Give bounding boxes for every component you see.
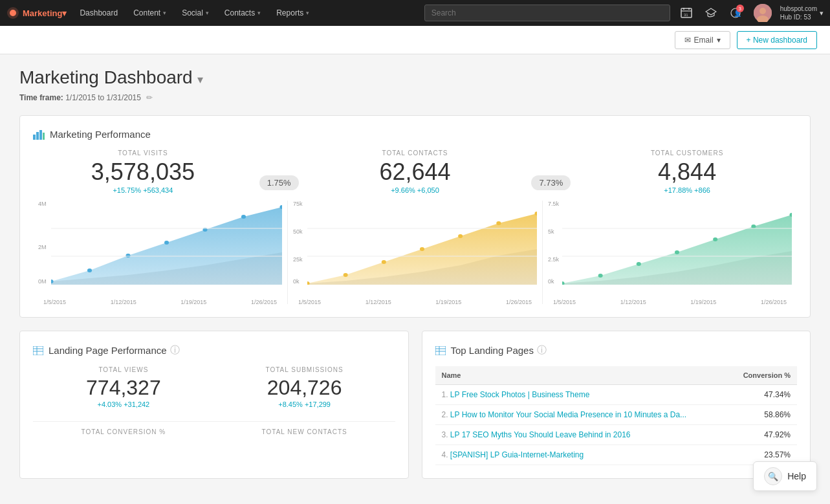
svg-point-45 bbox=[713, 237, 717, 241]
page-link[interactable]: LP 17 SEO Myths You Should Leave Behind … bbox=[450, 430, 631, 439]
svg-rect-50 bbox=[33, 346, 43, 355]
page-link[interactable]: LP Free Stock Photos | Business Theme bbox=[450, 390, 589, 399]
total-visits-metric: TOTAL VISITS 3,578,035 +15.75% +563,434 bbox=[33, 149, 253, 194]
help-search-icon: 🔍 bbox=[764, 467, 782, 485]
charts-row: 4M 2M 0M bbox=[33, 201, 797, 304]
lp-metrics-row: TOTAL VIEWS 774,327 +4.03% +31,242 TOTAL… bbox=[33, 366, 395, 408]
email-icon: ✉ bbox=[684, 36, 691, 45]
svg-rect-15 bbox=[39, 130, 42, 140]
search-container bbox=[424, 5, 670, 21]
svg-point-42 bbox=[598, 274, 603, 278]
total-views-metric: TOTAL VIEWS 774,327 +4.03% +31,242 bbox=[33, 366, 214, 408]
table-row: 1. LP Free Stock Photos | Business Theme… bbox=[435, 385, 798, 405]
nav-right: 31 👤 3 hubspot.com bbox=[677, 3, 824, 23]
social-arrow: ▾ bbox=[206, 10, 209, 16]
svg-point-33 bbox=[420, 247, 424, 251]
lp-header: Landing Page Performance ⓘ bbox=[33, 344, 395, 356]
user-arrow: ▾ bbox=[820, 9, 824, 17]
svg-point-32 bbox=[382, 260, 386, 264]
table-row: 4. [SPANISH] LP Guia-Internet-Marketing … bbox=[435, 445, 798, 465]
bar-chart-icon bbox=[33, 129, 45, 140]
col-conversion: Conversion % bbox=[728, 366, 797, 385]
nav-item-content[interactable]: Content ▾ bbox=[126, 0, 174, 26]
search-input[interactable] bbox=[424, 5, 670, 21]
visits-chart: 4M 2M 0M bbox=[33, 201, 287, 304]
svg-rect-14 bbox=[36, 132, 39, 140]
nav-item-social[interactable]: Social ▾ bbox=[174, 0, 217, 26]
svg-point-44 bbox=[675, 250, 679, 254]
svg-point-41 bbox=[562, 281, 565, 285]
contacts-chart: 75k 50k 25k 0k bbox=[287, 201, 542, 304]
page-link[interactable]: [SPANISH] LP Guia-Internet-Marketing bbox=[450, 450, 584, 459]
contacts-arrow: ▾ bbox=[257, 10, 261, 16]
conversion-badge-2: 7.73% bbox=[525, 149, 577, 190]
svg-point-34 bbox=[458, 234, 463, 238]
graduation-icon[interactable] bbox=[701, 3, 721, 23]
marketing-performance-card: Marketing Performance TOTAL VISITS 3,578… bbox=[19, 115, 811, 318]
svg-point-1 bbox=[10, 10, 16, 16]
conversion-badge-1: 1.75% bbox=[253, 149, 305, 190]
marketing-performance-header: Marketing Performance bbox=[33, 129, 797, 140]
page-content: Marketing Dashboard ▾ Time frame: 1/1/20… bbox=[0, 54, 830, 504]
top-landing-pages-card: Top Landing Pages ⓘ Name Conversion % 1.… bbox=[422, 331, 811, 479]
top-pages-icon bbox=[435, 346, 446, 355]
svg-text:31: 31 bbox=[684, 13, 688, 17]
email-dropdown-arrow: ▾ bbox=[717, 36, 721, 45]
email-button[interactable]: ✉ Email ▾ bbox=[675, 31, 730, 49]
sub-toolbar: ✉ Email ▾ + New dashboard bbox=[0, 26, 830, 54]
table-row: 3. LP 17 SEO Myths You Should Leave Behi… bbox=[435, 425, 798, 445]
col-name: Name bbox=[435, 366, 728, 385]
svg-point-24 bbox=[241, 215, 246, 219]
reports-arrow: ▾ bbox=[306, 10, 309, 16]
svg-point-43 bbox=[637, 262, 641, 266]
landing-page-performance-card: Landing Page Performance ⓘ TOTAL VIEWS 7… bbox=[19, 331, 409, 479]
nav-brand[interactable]: Marketing ▾ bbox=[6, 6, 67, 19]
top-nav: Marketing ▾ Dashboard Content ▾ Social ▾… bbox=[0, 0, 830, 26]
svg-rect-13 bbox=[33, 135, 36, 140]
customers-chart: 7.5k 5k 2.5k 0k bbox=[542, 201, 797, 304]
new-dashboard-button[interactable]: + New dashboard bbox=[737, 31, 817, 49]
table-icon bbox=[33, 346, 43, 355]
svg-marker-40 bbox=[562, 215, 792, 285]
total-submissions-metric: TOTAL SUBMISSIONS 204,726 +8.45% +17,299 bbox=[214, 366, 395, 408]
user-hub-id: Hub ID: 53 bbox=[780, 13, 817, 21]
lp-info-icon[interactable]: ⓘ bbox=[170, 344, 180, 356]
brand-arrow: ▾ bbox=[62, 8, 67, 18]
svg-point-20 bbox=[87, 268, 92, 272]
calendar-icon[interactable]: 31 bbox=[677, 3, 696, 23]
page-title: Marketing Dashboard ▾ bbox=[19, 67, 811, 88]
top-pages-table: Name Conversion % 1. LP Free Stock Photo… bbox=[435, 366, 798, 465]
bottom-two-col: Landing Page Performance ⓘ TOTAL VIEWS 7… bbox=[19, 331, 811, 492]
svg-rect-54 bbox=[435, 346, 446, 355]
nav-item-dashboard[interactable]: Dashboard bbox=[72, 0, 126, 26]
notification-count: 3 bbox=[736, 5, 744, 12]
total-contacts-metric: TOTAL CONTACTS 62,644 +9.66% +6,050 bbox=[305, 149, 525, 194]
timeframe: Time frame: 1/1/2015 to 1/31/2015 ✏ bbox=[19, 93, 811, 102]
avatar[interactable] bbox=[754, 4, 772, 22]
nav-item-contacts[interactable]: Contacts ▾ bbox=[217, 0, 268, 26]
help-button[interactable]: 🔍 Help bbox=[753, 461, 817, 491]
user-info[interactable]: hubspot.com Hub ID: 53 ▾ bbox=[780, 5, 824, 21]
lp-bottom-labels: TOTAL CONVERSION % TOTAL NEW CONTACTS bbox=[33, 421, 395, 439]
nav-item-reports[interactable]: Reports ▾ bbox=[268, 0, 317, 26]
svg-marker-18 bbox=[51, 207, 282, 285]
svg-point-22 bbox=[164, 241, 169, 245]
svg-point-21 bbox=[126, 254, 130, 257]
svg-point-11 bbox=[759, 8, 766, 14]
total-conversion-label: TOTAL CONVERSION % bbox=[33, 428, 214, 439]
edit-timeframe-icon[interactable]: ✏ bbox=[146, 93, 153, 102]
top-pages-header: Top Landing Pages ⓘ bbox=[435, 344, 798, 356]
top-pages-info-icon[interactable]: ⓘ bbox=[537, 344, 547, 356]
user-site: hubspot.com bbox=[780, 5, 817, 13]
total-customers-metric: TOTAL CUSTOMERS 4,844 +17.88% +866 bbox=[577, 149, 797, 194]
metrics-row: TOTAL VISITS 3,578,035 +15.75% +563,434 … bbox=[33, 149, 797, 194]
page-link[interactable]: LP How to Monitor Your Social Media Pres… bbox=[450, 410, 686, 419]
nav-items: Dashboard Content ▾ Social ▾ Contacts ▾ … bbox=[72, 0, 417, 26]
svg-point-30 bbox=[307, 281, 310, 285]
notifications-icon[interactable]: 👤 3 bbox=[726, 3, 745, 23]
svg-point-31 bbox=[344, 273, 348, 277]
hubspot-icon bbox=[6, 6, 19, 19]
svg-point-35 bbox=[496, 221, 501, 225]
total-new-contacts-label: TOTAL NEW CONTACTS bbox=[214, 428, 395, 439]
brand-label: Marketing bbox=[23, 8, 62, 18]
